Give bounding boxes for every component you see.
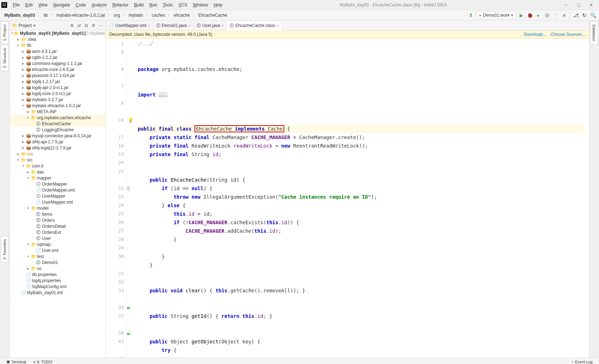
editor-tab[interactable]: ⒸEhcacheCache.class× bbox=[227, 21, 282, 31]
hide-icon[interactable]: ─ bbox=[98, 23, 103, 28]
tree-item[interactable]: ⒸUser bbox=[10, 236, 105, 242]
tree-item[interactable]: 📄db.properties bbox=[10, 272, 105, 278]
tree-item[interactable]: ▶📁dao bbox=[10, 169, 105, 175]
build-icon[interactable]: ⬆ bbox=[468, 12, 474, 18]
debug-button[interactable]: 🐞 bbox=[527, 12, 533, 18]
maximize-button[interactable]: ▢ bbox=[574, 1, 583, 9]
project-tree[interactable]: ▼📁MyBatis_day03 [MyBatis_day01] D:\MyBat… bbox=[10, 31, 105, 358]
menu-code[interactable]: Code bbox=[73, 1, 89, 9]
editor-tab[interactable]: 📄UserMapper.xml× bbox=[106, 21, 153, 30]
run-button[interactable]: ▶ bbox=[518, 12, 525, 18]
minimize-button[interactable]: ─ bbox=[561, 1, 570, 9]
tree-item[interactable]: ▶📁vo bbox=[10, 266, 105, 272]
tree-item[interactable]: ⒸEhcacheCache bbox=[10, 121, 105, 127]
tree-item[interactable]: ⒸOrdersDetail bbox=[10, 224, 105, 230]
close-icon[interactable]: × bbox=[188, 23, 191, 28]
breadcrumb-item[interactable]: mybatis bbox=[127, 12, 144, 18]
coverage-button[interactable]: ▸ bbox=[535, 12, 542, 18]
menu-view[interactable]: View bbox=[35, 1, 50, 9]
tree-item[interactable]: ▶📦log4j-api-2.0-rc1.jar bbox=[10, 85, 105, 91]
stop-button[interactable]: ■ bbox=[561, 12, 567, 18]
tree-item[interactable]: 📄OrderMapper.xml bbox=[10, 187, 105, 193]
menu-edit[interactable]: Edit bbox=[22, 1, 35, 9]
menu-window[interactable]: Window bbox=[190, 1, 211, 9]
menu-navigate[interactable]: Navigate bbox=[50, 1, 73, 9]
tree-item[interactable]: ▶📁out bbox=[10, 151, 105, 157]
project-panel-header[interactable]: 📁 Project ▾ ⊕ ⇄ ⊟ ⚙ ─ bbox=[10, 21, 105, 31]
tree-item[interactable]: ⒸOrdersExt bbox=[10, 230, 105, 236]
menu-file[interactable]: File bbox=[10, 1, 22, 9]
menu-run[interactable]: Run bbox=[147, 1, 160, 9]
tree-item[interactable]: ▶📦cglib-2.2.2.jar bbox=[10, 55, 105, 61]
breadcrumb[interactable]: MyBatis_day03〉lib〉mybatis-ehcache-1.0.2.… bbox=[3, 12, 229, 18]
breadcrumb-item[interactable]: ehcache bbox=[172, 12, 191, 18]
menu-tools[interactable]: Tools bbox=[160, 1, 176, 9]
tree-item[interactable]: ▼📁src bbox=[10, 157, 105, 163]
project-tool-tab[interactable]: 1: Project bbox=[1, 21, 9, 44]
download-link[interactable]: Download... bbox=[524, 32, 546, 37]
tree-item[interactable]: ▼📁MyBatis_day03 [MyBatis_day01] D:\MyBat… bbox=[10, 31, 105, 37]
search-icon[interactable]: 🔍 bbox=[590, 12, 596, 18]
tree-item[interactable]: ⒾUserMapper bbox=[10, 193, 105, 199]
settings-icon[interactable]: ⚙ bbox=[90, 23, 96, 28]
line-gutter[interactable]: 15 6 7 8 16 1718192021 22232425262728293… bbox=[106, 39, 127, 358]
menu-help[interactable]: Help bbox=[211, 1, 225, 9]
breadcrumb-item[interactable]: mybatis-ehcache-1.0.2.jar bbox=[55, 12, 107, 18]
todo-tab[interactable]: ≡ 6: TODO bbox=[30, 360, 56, 364]
tree-item[interactable]: ▶📦mysql-connector-java-8.0.14.jar bbox=[10, 133, 105, 139]
breadcrumb-item[interactable]: lib bbox=[42, 12, 49, 18]
tree-item[interactable]: ▶📦slf4j-log4j12-1.7.5.jar bbox=[10, 145, 105, 151]
tree-item[interactable]: 📄log4j.properties bbox=[10, 278, 105, 284]
tree-item[interactable]: ▼📁lib bbox=[10, 43, 105, 49]
tree-item[interactable]: ▶📦commons-logging-1.1.1.jar bbox=[10, 61, 105, 67]
marker-gutter[interactable]: @ ●↑ ●↑ ●↑ bbox=[127, 39, 134, 358]
close-icon[interactable]: × bbox=[148, 23, 150, 28]
attach-button[interactable]: ⋮ bbox=[553, 12, 559, 18]
structure-tool-tab[interactable]: 2: Structure bbox=[1, 45, 9, 71]
collapse-icon[interactable]: ⊟ bbox=[83, 23, 89, 28]
tree-item[interactable]: ⒸLoggingEhcache bbox=[10, 127, 105, 133]
close-icon[interactable]: × bbox=[276, 23, 279, 28]
choose-sources-link[interactable]: Choose Sources... bbox=[550, 32, 586, 37]
tree-item[interactable]: ▶📦asm-3.3.1.jar bbox=[10, 49, 105, 55]
git-button[interactable]: ⎇ bbox=[573, 12, 579, 18]
tree-item[interactable]: ▶📦log4j-1.2.17.jar bbox=[10, 79, 105, 85]
tree-item[interactable]: ⒸOrders bbox=[10, 217, 105, 224]
profile-button[interactable]: ⊙ bbox=[544, 12, 550, 18]
menu-vcs[interactable]: VCS bbox=[176, 1, 190, 9]
locate-icon[interactable]: ⊕ bbox=[69, 23, 75, 28]
tree-item[interactable]: ▼📦mybatis-ehcache-1.0.2.jar bbox=[10, 103, 105, 109]
breadcrumb-item[interactable]: caches bbox=[150, 12, 167, 18]
tree-item[interactable]: ▶📦mybatis-3.2.7.jar bbox=[10, 97, 105, 103]
breadcrumb-item[interactable]: org bbox=[112, 12, 121, 18]
tree-item[interactable]: 📄UserMapper.xml bbox=[10, 199, 105, 205]
tree-item[interactable]: ▶📦ehcache-core-2.6.5.jar bbox=[10, 67, 105, 73]
tree-item[interactable]: ▼📁mapper bbox=[10, 175, 105, 181]
editor-tab[interactable]: ⒸDemo01.java× bbox=[153, 21, 194, 30]
tree-item[interactable]: ▶📁META-INF bbox=[10, 109, 105, 115]
breadcrumb-item[interactable]: EhcacheCache bbox=[197, 12, 229, 18]
tree-item[interactable]: ▼📁sqlmap bbox=[10, 242, 105, 248]
tree-item[interactable]: ▼📁model bbox=[10, 205, 105, 211]
tree-item[interactable]: ▼📁org.mybatis.caches.ehcache bbox=[10, 115, 105, 121]
tree-item[interactable]: ▶📁.idea bbox=[10, 37, 105, 43]
tree-item[interactable]: 📄SqlMapConfig.xml bbox=[10, 284, 105, 290]
tree-item[interactable]: 📄User.xml bbox=[10, 248, 105, 254]
menu-build[interactable]: Build bbox=[131, 1, 147, 9]
menu-refactor[interactable]: Refactor bbox=[110, 1, 131, 9]
tree-item[interactable]: ⒾOrderMapper bbox=[10, 181, 105, 187]
update-button[interactable]: ↻ bbox=[581, 12, 588, 18]
tree-item[interactable]: ⒸItems bbox=[10, 211, 105, 217]
breadcrumb-item[interactable]: MyBatis_day03 bbox=[3, 12, 37, 18]
close-button[interactable]: ✕ bbox=[587, 1, 595, 9]
event-log-tab[interactable]: ○ Event Log bbox=[568, 360, 596, 364]
tree-item[interactable]: ▶📦javassist-3.17.1-GA.jar bbox=[10, 73, 105, 79]
menu-analyze[interactable]: Analyze bbox=[89, 1, 110, 9]
tree-item[interactable]: ⒸDemo01 bbox=[10, 260, 105, 266]
tree-item[interactable]: ▼📁test bbox=[10, 254, 105, 260]
run-config-select[interactable]: ▸ Demo01.test4 ▾ bbox=[476, 11, 516, 19]
tree-item[interactable]: 📄MyBatis_day01.iml bbox=[10, 290, 105, 296]
tree-item[interactable]: ▶📦log4j-core-2.0-rc1.jar bbox=[10, 91, 105, 97]
editor-tab[interactable]: ⒸUser.java× bbox=[194, 21, 227, 30]
tree-item[interactable]: ▶📦slf4j-api-1.7.5.jar bbox=[10, 139, 105, 145]
